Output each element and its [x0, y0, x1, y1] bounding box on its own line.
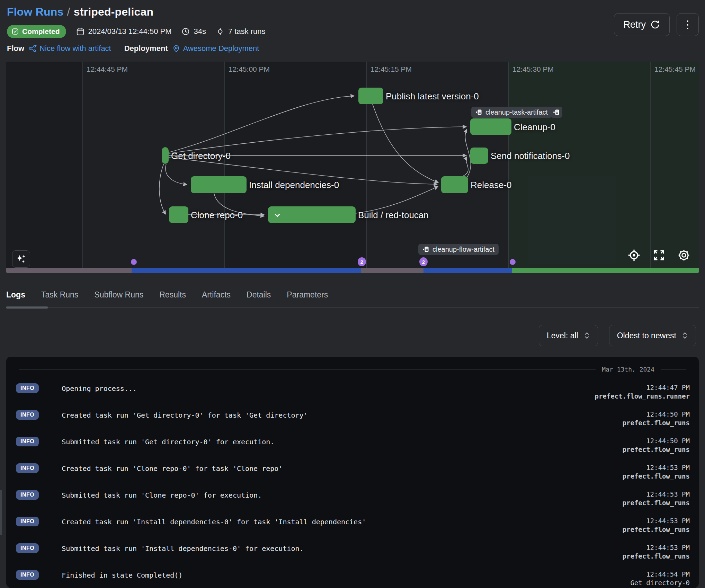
task-run-count: 7 task runs: [216, 27, 266, 36]
start-datetime: 2024/03/13 12:44:50 PM: [76, 27, 172, 36]
page-scrollbar[interactable]: [0, 490, 2, 535]
more-options-button[interactable]: ⋮: [677, 13, 699, 36]
event-marker-dot[interactable]: [131, 259, 137, 265]
brush-segment: [132, 268, 361, 273]
timeline-panel[interactable]: 12:44:45 PM 12:45:00 PM 12:45:15 PM 12:4…: [6, 62, 699, 273]
log-level-badge: INFO: [16, 410, 39, 420]
log-logger: prefect.flow_runs: [623, 419, 690, 427]
kebab-icon: ⋮: [682, 19, 693, 30]
log-row[interactable]: INFO Submitted task run 'Install depende…: [6, 538, 699, 564]
log-row[interactable]: INFO Created task run 'Install dependenc…: [6, 511, 699, 538]
artifact-badge-extra[interactable]: [551, 107, 562, 118]
deployment-link[interactable]: Awesome Deployment: [172, 44, 259, 53]
task-label: Publish latest version-0: [386, 92, 479, 101]
task-label: Cleanup-0: [514, 123, 555, 132]
task-node-get-directory[interactable]: [162, 147, 169, 164]
log-message: Opening process...: [62, 383, 595, 393]
task-label: Install dependencies-0: [249, 180, 339, 189]
duration: 34s: [181, 27, 206, 36]
artifact-icon: [475, 109, 482, 116]
log-message: Created task run 'Get directory-0' for t…: [62, 410, 622, 419]
tab-logs[interactable]: Logs: [6, 290, 25, 300]
recenter-target-icon[interactable]: [627, 248, 641, 262]
brush-segment: [361, 268, 423, 273]
map-pin-icon: [172, 44, 180, 53]
subflow-node-build[interactable]: [268, 206, 356, 223]
log-level-badge: INFO: [16, 383, 39, 393]
task-node-cleanup[interactable]: [470, 118, 511, 135]
timeline-brush-bar[interactable]: [6, 268, 699, 273]
log-time: 12:44:53 PM: [623, 463, 690, 472]
level-filter-dropdown[interactable]: Level: all: [539, 325, 598, 346]
event-marker-dot[interactable]: [510, 259, 516, 265]
log-row[interactable]: INFO Submitted task run 'Clone repo-0' f…: [6, 484, 699, 511]
fullscreen-icon[interactable]: [652, 248, 666, 262]
breadcrumb-flow-runs-link[interactable]: Flow Runs: [7, 6, 64, 18]
artifact-icon: [422, 246, 429, 253]
log-rows: INFO Opening process... 12:44:47 PMprefe…: [6, 378, 699, 588]
log-time: 12:44:53 PM: [623, 543, 690, 552]
log-message: Submitted task run 'Get directory-0' for…: [62, 437, 622, 446]
log-message: Created task run 'Clone repo-0' for task…: [62, 463, 622, 473]
task-node-publish[interactable]: [358, 88, 383, 104]
log-row[interactable]: INFO Created task run 'Clone repo-0' for…: [6, 458, 699, 484]
sparkles-icon: [15, 253, 27, 265]
tab-parameters[interactable]: Parameters: [287, 290, 328, 300]
log-message: Submitted task run 'Clone repo-0' for ex…: [62, 490, 622, 499]
dependency-edges: [6, 62, 699, 273]
task-node-clone-repo[interactable]: [169, 206, 188, 223]
chevron-down-icon[interactable]: [273, 211, 282, 220]
sort-order-dropdown[interactable]: Oldest to newest: [609, 325, 696, 346]
tab-subflow-runs[interactable]: Subflow Runs: [94, 290, 143, 300]
log-row[interactable]: INFO Finished in state Completed() 12:44…: [6, 564, 699, 588]
tab-artifacts[interactable]: Artifacts: [202, 290, 231, 300]
log-level-badge: INFO: [16, 517, 39, 526]
log-time: 12:44:50 PM: [623, 437, 690, 445]
retry-button[interactable]: Retry: [614, 13, 670, 36]
retry-refresh-icon: [650, 19, 660, 30]
breadcrumb: Flow Runs/striped-pelican: [7, 6, 266, 18]
task-runs-icon: [216, 27, 225, 36]
log-row[interactable]: INFO Created task run 'Get directory-0' …: [6, 404, 699, 431]
log-row[interactable]: INFO Submitted task run 'Get directory-0…: [6, 431, 699, 458]
tab-task-runs[interactable]: Task Runs: [41, 290, 78, 300]
cleanup-flow-artifact-badge[interactable]: cleanup-flow-artifact: [418, 244, 499, 255]
ai-sparkle-button[interactable]: [12, 250, 30, 268]
log-logger: prefect.flow_runs.runner: [595, 392, 690, 401]
flow-link[interactable]: Nice flow with artifact: [28, 44, 111, 53]
log-time: 12:44:47 PM: [595, 383, 690, 392]
status-badge: Completed: [7, 25, 66, 38]
event-marker-count[interactable]: 2: [419, 257, 428, 266]
log-time: 12:44:54 PM: [623, 570, 690, 579]
log-filters: Level: all Oldest to newest: [539, 325, 696, 346]
tab-details[interactable]: Details: [247, 290, 271, 300]
calendar-icon: [76, 27, 85, 36]
log-level-badge: INFO: [16, 543, 39, 553]
event-marker-count[interactable]: 2: [358, 257, 366, 266]
cleanup-task-artifact-badge[interactable]: cleanup-task-artifact: [471, 107, 552, 118]
log-row[interactable]: INFO Opening process... 12:44:47 PMprefe…: [6, 378, 699, 404]
log-logger: prefect.flow_runs: [623, 445, 690, 454]
task-node-send-notifications[interactable]: [470, 148, 488, 164]
task-label: Get directory-0: [171, 151, 231, 160]
meta-row: Completed 2024/03/13 12:44:50 PM 34s 7 t…: [7, 25, 266, 38]
log-time: 12:44:50 PM: [623, 410, 690, 419]
log-level-badge: INFO: [16, 570, 39, 580]
log-message: Finished in state Completed(): [62, 570, 622, 579]
active-tab-indicator: [6, 306, 48, 309]
flow-icon: [28, 44, 37, 53]
brush-segment: [512, 268, 699, 273]
chevron-up-down-icon: [584, 331, 590, 340]
task-label: Release-0: [471, 180, 512, 189]
page-title: striped-pelican: [74, 6, 154, 18]
task-node-release[interactable]: [441, 176, 468, 193]
deployment-label: Deployment: [124, 44, 168, 53]
log-level-badge: INFO: [16, 437, 39, 446]
task-node-install-dependencies[interactable]: [191, 176, 247, 193]
tab-results[interactable]: Results: [159, 290, 186, 300]
task-label: Build / red-toucan: [358, 211, 429, 220]
log-time: 12:44:53 PM: [623, 490, 690, 499]
log-panel[interactable]: Mar 13th, 2024 INFO Opening process... 1…: [6, 357, 699, 588]
artifact-icon: [553, 109, 560, 116]
settings-gear-icon[interactable]: [677, 248, 691, 262]
